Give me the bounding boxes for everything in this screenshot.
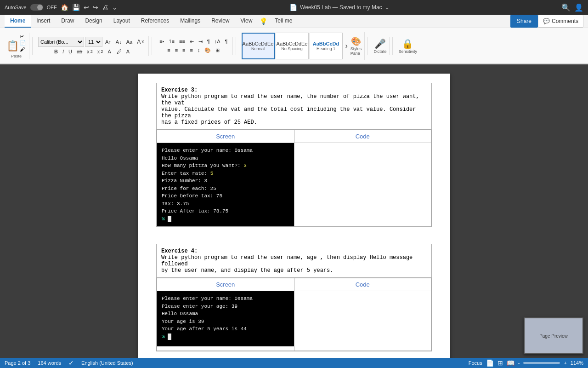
decrease-indent-btn[interactable]: ⇤ xyxy=(188,38,196,46)
exercise4-code-cell[interactable] xyxy=(294,291,431,351)
format-painter-icon[interactable]: 🖌 xyxy=(20,46,26,52)
exercise3-code-cell[interactable] xyxy=(294,143,431,227)
show-hide-btn[interactable]: ¶ xyxy=(223,38,230,45)
paste-icon[interactable]: 📋 xyxy=(6,40,19,52)
ex4-line-5: Your age after 5 years is 44 xyxy=(162,325,289,333)
font-group: Calibri (Bo... 11 A↑ A↓ Aa Ax B I U ab x… xyxy=(35,36,149,56)
tab-view[interactable]: View xyxy=(235,15,258,28)
view-normal-icon[interactable]: 📄 xyxy=(486,359,494,367)
tab-layout[interactable]: Layout xyxy=(108,15,136,28)
change-case-btn[interactable]: Aa xyxy=(124,38,134,46)
page-info: Page 2 of 3 xyxy=(5,360,30,366)
exercise4-box: Exercise 4: Write python program to read… xyxy=(156,244,432,351)
ex4-line-2: Please enter your age: 39 xyxy=(162,303,289,310)
tab-review[interactable]: Review xyxy=(206,15,235,28)
thumbnail-text: Page Preview xyxy=(539,334,568,339)
home-icon[interactable]: 🏠 xyxy=(61,4,68,11)
sensitivity-icon[interactable]: 🔒 xyxy=(402,38,413,49)
increase-font-btn[interactable]: A↑ xyxy=(103,38,113,46)
profile-icon[interactable]: 👤 xyxy=(574,3,583,12)
exercise4-header: Exercise 4: Write python program to read… xyxy=(157,244,431,278)
bullets-btn[interactable]: ≡• xyxy=(158,38,166,45)
font-color-btn[interactable]: A xyxy=(106,48,113,55)
document-title: Week05 Lab — Saved to my Mac xyxy=(300,4,382,11)
zoom-out-icon[interactable]: - xyxy=(518,360,520,366)
title-bar-left: AutoSave OFF 🏠 💾 ↩ ↪ 🖨 ⌄ xyxy=(5,4,118,11)
styles-more-btn[interactable]: › xyxy=(344,41,350,51)
align-left-btn[interactable]: ≡ xyxy=(165,46,172,54)
font-size-select[interactable]: 11 xyxy=(85,37,102,47)
save-icon[interactable]: 💾 xyxy=(72,4,80,11)
terminal-prompt: % xyxy=(162,215,289,223)
clear-format-btn[interactable]: Ax xyxy=(135,38,146,46)
style-no-spacing[interactable]: AaBbCcDdEe No Spacing xyxy=(276,33,309,59)
exercise4-code-header: Code xyxy=(294,278,431,291)
zoom-level[interactable]: 114% xyxy=(571,360,583,366)
strikethrough-btn[interactable]: ab xyxy=(75,48,84,55)
shading-para-btn[interactable]: 🎨 xyxy=(203,46,213,54)
dictate-group: 🎤 Dictate xyxy=(371,37,390,55)
italic-button[interactable]: I xyxy=(61,48,66,55)
redo-icon[interactable]: ↪ xyxy=(93,4,98,11)
view-layout-icon[interactable]: ⊞ xyxy=(498,359,503,367)
exercise3-screen-header: Screen xyxy=(157,130,294,143)
copy-icon[interactable]: 📄 xyxy=(20,40,26,46)
title-chevron[interactable]: ⌄ xyxy=(385,4,390,11)
dictate-icon[interactable]: 🎤 xyxy=(374,38,386,49)
print-icon[interactable]: 🖨 xyxy=(102,4,108,11)
styles-pane-btn[interactable]: 🎨 StylesPane xyxy=(351,36,362,56)
style-normal[interactable]: AaBbCcDdEe Normal xyxy=(242,33,275,59)
view-read-icon[interactable]: 📖 xyxy=(507,359,514,367)
cut-icon[interactable]: ✂ xyxy=(20,34,26,40)
align-center-btn[interactable]: ≡ xyxy=(173,46,180,54)
sep5 xyxy=(392,37,393,55)
font-family-select[interactable]: Calibri (Bo... xyxy=(38,37,84,47)
sensitivity-label: Sensitivity xyxy=(398,49,417,54)
tab-insert[interactable]: Insert xyxy=(31,15,56,28)
tab-references[interactable]: References xyxy=(136,15,175,28)
sort-btn[interactable]: ↕A xyxy=(213,38,222,45)
proofing-icon[interactable]: ✓ xyxy=(68,359,74,367)
align-right-btn[interactable]: ≡ xyxy=(181,46,187,54)
justify-btn[interactable]: ≡ xyxy=(188,46,195,54)
paragraph-marks-btn[interactable]: ¶ xyxy=(205,38,212,45)
language[interactable]: English (United States) xyxy=(81,360,133,366)
underline-button[interactable]: U xyxy=(67,48,74,55)
bold-button[interactable]: B xyxy=(52,48,60,55)
ribbon: Home Insert Draw Design Layout Reference… xyxy=(0,15,588,64)
clipboard-label: Paste xyxy=(11,54,22,58)
borders-btn[interactable]: ⊞ xyxy=(214,46,221,54)
numbering-btn[interactable]: 1≡ xyxy=(167,38,176,45)
decrease-font-btn[interactable]: A↓ xyxy=(114,38,124,46)
search-icon[interactable]: 🔍 xyxy=(561,3,571,12)
tab-draw[interactable]: Draw xyxy=(56,15,79,28)
highlight-btn[interactable]: 🖊 xyxy=(115,48,124,55)
increase-indent-btn[interactable]: ⇥ xyxy=(197,38,204,46)
focus-label[interactable]: Focus xyxy=(469,360,482,366)
multilevel-btn[interactable]: ≡≡ xyxy=(177,38,187,45)
tab-design[interactable]: Design xyxy=(79,15,107,28)
terminal-line-1: Please enter your name: Ossama xyxy=(162,147,289,155)
zoom-slider[interactable] xyxy=(523,362,560,364)
shading-btn[interactable]: A xyxy=(124,48,131,55)
line-spacing-btn[interactable]: ↕ xyxy=(196,46,202,54)
zoom-in-icon[interactable]: + xyxy=(564,360,566,366)
tab-home[interactable]: Home xyxy=(5,15,31,28)
exercise4-table: Screen Code Please enter your name: Ossa… xyxy=(157,278,431,351)
subscript-btn[interactable]: x2 xyxy=(85,48,95,55)
style-heading1[interactable]: AaBbCcDd Heading 1 xyxy=(310,33,343,59)
title-bar: AutoSave OFF 🏠 💾 ↩ ↪ 🖨 ⌄ 📄 Week05 Lab — … xyxy=(0,0,588,15)
dictate-label: Dictate xyxy=(373,49,386,54)
page: Exercise 3: Write python program to read… xyxy=(138,74,450,358)
undo-icon[interactable]: ↩ xyxy=(84,4,89,11)
exercise3-box: Exercise 3: Write python program to read… xyxy=(156,83,432,227)
sep3 xyxy=(236,37,236,55)
autosave-toggle[interactable] xyxy=(30,4,43,11)
tab-tell-me[interactable]: Tell me xyxy=(269,15,298,28)
share-button[interactable]: Share xyxy=(510,15,538,28)
superscript-btn[interactable]: x2 xyxy=(96,48,105,55)
comments-button[interactable]: 💬 Comments xyxy=(538,15,583,28)
tab-mailings[interactable]: Mailings xyxy=(175,15,206,28)
more-icon[interactable]: ⌄ xyxy=(112,4,118,11)
status-bar: Page 2 of 3 164 words ✓ English (United … xyxy=(0,358,588,368)
